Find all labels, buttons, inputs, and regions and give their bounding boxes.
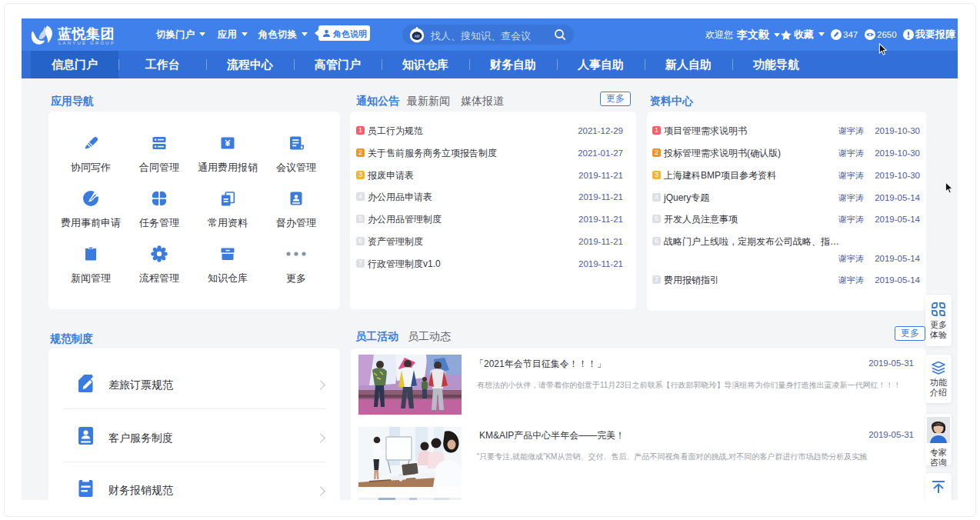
svg-text:AM: AM bbox=[415, 35, 420, 38]
